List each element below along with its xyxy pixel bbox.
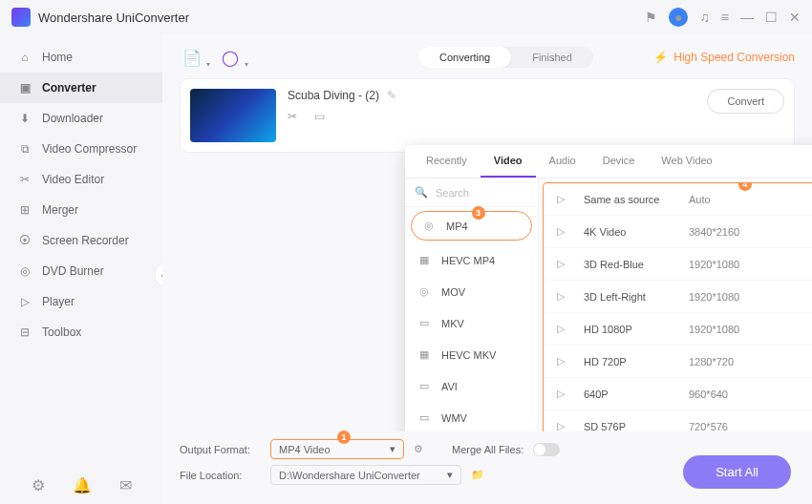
crop-icon[interactable]: ▭ (314, 110, 325, 123)
merge-label: Merge All Files: (452, 444, 524, 455)
format-list: 🔍Search 3 ◎MP4 ▦HEVC MP4 ◎MOV ▭MKV ▦HEVC… (405, 178, 539, 470)
sidebar-item-downloader[interactable]: ⬇Downloader (0, 103, 162, 134)
resolution-3d-redblue[interactable]: ▷3D Red-Blue1920*1080✎ (544, 248, 812, 281)
file-title: Scuba Diving - (2) (288, 89, 379, 102)
video-icon: ▷ (557, 290, 574, 303)
tab-webvideo[interactable]: Web Video (648, 145, 725, 178)
converter-icon: ▣ (17, 81, 32, 94)
merger-icon: ⊞ (17, 203, 32, 217)
badge-1: 1 (337, 430, 351, 444)
file-location-select[interactable]: D:\Wondershare UniConverter▾ (270, 465, 461, 485)
recorder-icon: ⦿ (17, 234, 32, 247)
chevron-down-icon: ▾ (390, 443, 395, 455)
downloader-icon: ⬇ (17, 112, 32, 125)
sidebar-item-label: Toolbox (42, 326, 81, 339)
video-icon: ▷ (557, 355, 574, 368)
format-mp4[interactable]: 3 ◎MP4 (411, 211, 532, 241)
player-icon: ▷ (17, 295, 32, 308)
output-format-select[interactable]: 1 MP4 Video▾ (270, 439, 404, 459)
resolution-640p[interactable]: ▷640P960*640✎ (544, 378, 812, 410)
sidebar-item-label: Home (42, 51, 73, 64)
menu-icon[interactable]: ≡ (721, 10, 729, 25)
format-mkv[interactable]: ▭MKV (405, 307, 538, 339)
resolution-4k[interactable]: ▷4K Video3840*2160✎ (544, 216, 812, 248)
sidebar-item-merger[interactable]: ⊞Merger (0, 195, 162, 225)
output-format-label: Output Format: (180, 444, 261, 455)
bolt-icon: ⚡ (653, 51, 668, 64)
tab-video[interactable]: Video (481, 145, 536, 178)
merge-toggle[interactable] (533, 443, 560, 456)
sidebar: ⌂Home ▣Converter ⬇Downloader ⧉Video Comp… (0, 34, 162, 504)
compressor-icon: ⧉ (17, 142, 32, 156)
hevc-icon: ▦ (417, 348, 432, 361)
dvd-icon: ◎ (17, 264, 32, 278)
convert-button[interactable]: Convert (707, 89, 784, 114)
video-icon: ▷ (557, 258, 574, 270)
gift-icon[interactable]: ⚑ (645, 10, 657, 25)
mail-icon[interactable]: ✉ (119, 476, 132, 494)
tab-converting[interactable]: Converting (418, 47, 511, 68)
sidebar-item-home[interactable]: ⌂Home (0, 42, 162, 73)
video-icon: ▷ (557, 388, 574, 400)
tab-device[interactable]: Device (589, 145, 649, 178)
sidebar-item-label: Screen Recorder (42, 234, 129, 247)
sidebar-item-label: Merger (42, 203, 78, 217)
user-avatar-icon[interactable]: ● (669, 8, 688, 27)
format-wmv[interactable]: ▭WMV (405, 402, 538, 433)
film-icon: ▭ (417, 380, 432, 392)
video-thumbnail[interactable] (190, 89, 276, 142)
chevron-down-icon: ▾ (447, 469, 453, 481)
format-avi[interactable]: ▭AVI (405, 370, 538, 402)
target-icon: ◎ (417, 285, 432, 298)
minimize-icon[interactable]: — (740, 10, 754, 25)
sidebar-item-label: Video Compressor (42, 142, 137, 156)
file-location-label: File Location: (180, 470, 261, 481)
trim-icon[interactable]: ✂ (288, 110, 297, 123)
tab-finished[interactable]: Finished (511, 47, 593, 68)
tab-audio[interactable]: Audio (536, 145, 589, 178)
film-icon: ▭ (417, 411, 432, 424)
resolution-same-as-source[interactable]: ▷Same as sourceAuto✎ (544, 183, 812, 216)
folder-icon[interactable]: 📁 (471, 469, 484, 481)
sidebar-item-converter[interactable]: ▣Converter (0, 73, 162, 103)
format-mov[interactable]: ◎MOV (405, 276, 538, 307)
resolution-720p[interactable]: ▷HD 720P1280*720✎ (544, 346, 812, 378)
resolution-list: 4 ▷Same as sourceAuto✎ ▷4K Video3840*216… (543, 182, 812, 466)
sidebar-item-compressor[interactable]: ⧉Video Compressor (0, 134, 162, 164)
edit-title-icon[interactable]: ✎ (387, 89, 396, 102)
file-card: Scuba Diving - (2)✎ ✂ ▭ Convert (180, 78, 795, 153)
video-icon: ▷ (557, 225, 574, 238)
add-file-button[interactable]: 📄 (180, 46, 204, 69)
sidebar-item-editor[interactable]: ✂Video Editor (0, 164, 162, 195)
format-search[interactable]: 🔍Search (405, 178, 538, 207)
format-hevcmp4[interactable]: ▦HEVC MP4 (405, 244, 538, 276)
format-hevcmkv[interactable]: ▦HEVC MKV (405, 339, 538, 370)
sidebar-item-label: Player (42, 295, 75, 308)
editor-icon: ✂ (17, 173, 32, 186)
sidebar-item-player[interactable]: ▷Player (0, 286, 162, 317)
settings-icon[interactable]: ⚙ (32, 476, 45, 494)
resolution-3d-leftright[interactable]: ▷3D Left-Right1920*1080✎ (544, 281, 812, 313)
start-all-button[interactable]: Start All (683, 455, 791, 489)
bell-icon[interactable]: 🔔 (73, 476, 92, 494)
app-logo (11, 8, 31, 27)
resolution-1080p[interactable]: ▷HD 1080P1920*1080✎ (544, 313, 812, 346)
status-tabs: Converting Finished (418, 47, 593, 68)
sidebar-item-dvdburner[interactable]: ◎DVD Burner (0, 256, 162, 286)
badge-3: 3 (472, 206, 485, 220)
gear-icon[interactable]: ⚙ (414, 443, 423, 455)
sidebar-item-label: Converter (42, 81, 96, 94)
sidebar-item-recorder[interactable]: ⦿Screen Recorder (0, 225, 162, 256)
support-icon[interactable]: ♫ (699, 10, 710, 25)
maximize-icon[interactable]: ☐ (765, 10, 778, 25)
home-icon: ⌂ (17, 51, 32, 64)
close-icon[interactable]: ✕ (789, 10, 801, 25)
format-tabs: Recently Video Audio Device Web Video (405, 145, 812, 178)
high-speed-conversion[interactable]: ⚡High Speed Conversion (653, 51, 795, 64)
video-icon: ▷ (557, 323, 574, 335)
sidebar-item-toolbox[interactable]: ⊟Toolbox (0, 317, 162, 347)
sidebar-item-label: Downloader (42, 112, 103, 125)
hevc-icon: ▦ (417, 254, 432, 266)
add-url-button[interactable]: ◯ (218, 46, 243, 69)
tab-recently[interactable]: Recently (413, 145, 481, 178)
